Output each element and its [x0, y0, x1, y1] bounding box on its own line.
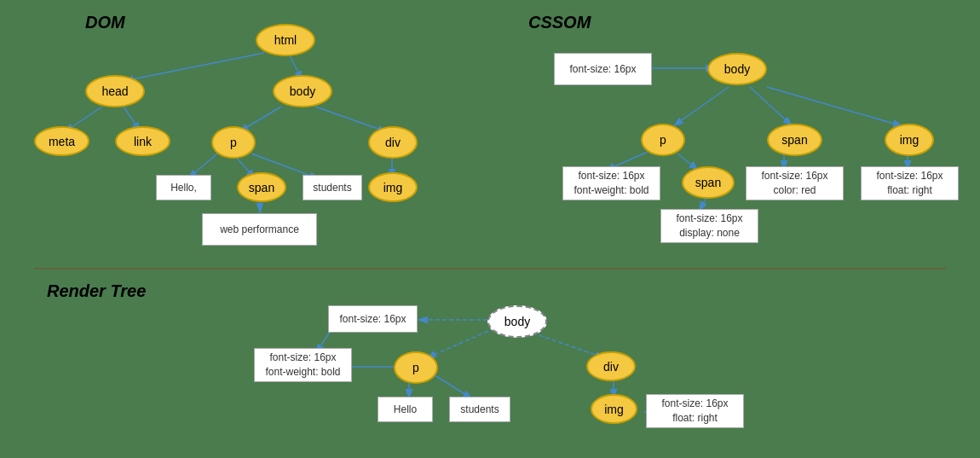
svg-line-2: [124, 53, 264, 81]
dom-div-node: div: [368, 126, 418, 159]
cssom-fontsize-body-box: font-size: 16px: [554, 53, 652, 85]
svg-line-29: [435, 375, 473, 399]
svg-line-14: [673, 87, 729, 126]
svg-line-7: [315, 107, 388, 132]
cssom-font-span-box: font-size: 16px color: red: [746, 166, 844, 200]
cssom-label: CSSOM: [528, 13, 591, 32]
svg-line-15: [750, 87, 793, 126]
cssom-img-node: img: [885, 124, 934, 156]
dom-link-node: link: [115, 126, 170, 156]
dom-html-node: html: [256, 24, 315, 56]
render-label: Render Tree: [47, 281, 146, 301]
render-p-node: p: [394, 351, 438, 384]
cssom-span-node: span: [767, 124, 822, 156]
render-students-box: students: [449, 397, 510, 422]
cssom-p-node: p: [641, 124, 685, 156]
svg-line-16: [767, 87, 903, 126]
dom-head-node: head: [85, 75, 145, 107]
dom-meta-node: meta: [34, 126, 89, 156]
dom-hello-box: Hello,: [156, 175, 211, 200]
dom-span-node: span: [237, 172, 286, 202]
render-font-p-box: font-size: 16px font-weight: bold: [254, 348, 352, 382]
render-img-node: img: [591, 394, 637, 424]
dom-body-node: body: [273, 75, 332, 107]
cssom-font-span-inner-box: font-size: 16px display: none: [660, 209, 758, 243]
dom-students-box: students: [303, 175, 362, 200]
dom-label: DOM: [85, 13, 125, 32]
render-hello-box: Hello: [378, 397, 433, 422]
svg-line-24: [426, 328, 494, 358]
cssom-span-inner-node: span: [682, 166, 735, 199]
cssom-font-img-box: font-size: 16px float: right: [861, 166, 959, 200]
cssom-font-p-box: font-size: 16px font-weight: bold: [562, 166, 660, 200]
dom-p-node: p: [211, 126, 256, 159]
render-body-node: body: [487, 305, 547, 338]
render-div-node: div: [586, 351, 636, 381]
cssom-body-node: body: [707, 53, 767, 85]
diagram-container: DOM html head body meta link p div Hello…: [0, 0, 980, 458]
dom-img-node: img: [368, 172, 418, 202]
arrows-svg: [0, 0, 980, 458]
render-fontsize-box: font-size: 16px: [328, 305, 418, 333]
render-font-img-box: font-size: 16px float: right: [646, 394, 744, 428]
dom-webperf-box: web performance: [202, 213, 317, 246]
